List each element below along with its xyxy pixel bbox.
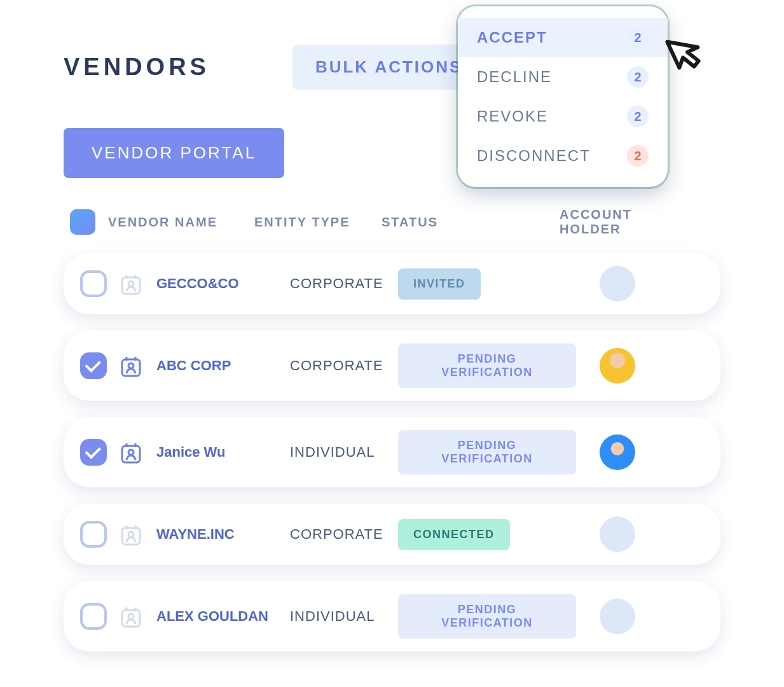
status-badge: PENDING VERIFICATION: [398, 594, 576, 639]
row-checkbox[interactable]: [80, 352, 107, 379]
vendor-card-icon: [118, 440, 144, 465]
avatar: [600, 266, 635, 302]
avatar: [600, 517, 635, 552]
column-account-holder: ACCOUNT HOLDER: [560, 207, 687, 237]
entity-type: INDIVIDUAL: [290, 608, 398, 625]
page-title: VENDORS: [64, 53, 210, 81]
count-badge: 2: [627, 145, 649, 167]
status-badge: INVITED: [398, 268, 481, 300]
vendor-name: WAYNE.INC: [156, 526, 290, 543]
vendor-name: GECCO&CO: [156, 275, 290, 292]
table-row: Janice WuINDIVIDUALPENDING VERIFICATION: [64, 417, 720, 487]
row-checkbox[interactable]: [80, 270, 107, 297]
status-badge: CONNECTED: [398, 519, 510, 550]
table-row: WAYNE.INCCORPORATECONNECTED: [64, 504, 720, 565]
count-badge: 2: [627, 106, 649, 127]
avatar: [600, 348, 635, 384]
vendor-portal-button[interactable]: VENDOR PORTAL: [64, 128, 284, 178]
dropdown-item-disconnect[interactable]: DISCONNECT2: [458, 136, 668, 176]
svg-point-5: [128, 363, 134, 368]
select-all-checkbox[interactable]: [70, 209, 95, 235]
vendor-card-icon: [118, 353, 144, 378]
table-header: VENDOR NAME ENTITY TYPE STATUS ACCOUNT H…: [64, 207, 720, 253]
vendor-card-icon: [118, 271, 144, 296]
column-vendor-name: VENDOR NAME: [108, 215, 254, 230]
entity-type: CORPORATE: [290, 275, 398, 292]
avatar: [600, 434, 635, 470]
dropdown-item-label: REVOKE: [477, 108, 548, 125]
entity-type: INDIVIDUAL: [290, 444, 398, 461]
count-badge: 2: [627, 27, 649, 48]
dropdown-item-label: DISCONNECT: [477, 147, 591, 165]
avatar: [600, 599, 635, 634]
table-row: ALEX GOULDANINDIVIDUALPENDING VERIFICATI…: [64, 581, 720, 651]
status-badge: PENDING VERIFICATION: [398, 430, 576, 475]
row-checkbox[interactable]: [80, 603, 107, 630]
entity-type: CORPORATE: [290, 526, 398, 543]
column-entity-type: ENTITY TYPE: [254, 215, 382, 230]
bulk-actions-dropdown: ACCEPT2DECLINE2REVOKE2DISCONNECT2: [458, 6, 668, 187]
entity-type: CORPORATE: [290, 357, 398, 374]
dropdown-item-decline[interactable]: DECLINE2: [458, 57, 668, 97]
table-row: GECCO&COCORPORATEINVITED: [64, 253, 720, 314]
cursor-pointer-icon: [654, 19, 717, 83]
bulk-actions-label: BULK ACTIONS: [315, 57, 462, 77]
svg-point-9: [128, 450, 134, 455]
dropdown-item-revoke[interactable]: REVOKE2: [458, 97, 668, 136]
dropdown-item-accept[interactable]: ACCEPT2: [458, 18, 668, 57]
svg-point-17: [128, 614, 134, 619]
count-badge: 2: [627, 66, 649, 88]
svg-point-13: [128, 532, 134, 537]
table-row: ABC CORPCORPORATEPENDING VERIFICATION: [64, 331, 720, 401]
vendor-rows: GECCO&COCORPORATEINVITED ABC CORPCORPORA…: [64, 253, 720, 651]
dropdown-item-label: DECLINE: [477, 68, 552, 86]
vendor-name: Janice Wu: [156, 444, 290, 461]
vendor-name: ALEX GOULDAN: [156, 608, 290, 625]
status-badge: PENDING VERIFICATION: [398, 344, 576, 388]
row-checkbox[interactable]: [80, 521, 107, 548]
vendor-name: ABC CORP: [156, 357, 290, 374]
column-status: STATUS: [382, 215, 560, 230]
row-checkbox[interactable]: [80, 439, 107, 466]
vendor-card-icon: [118, 522, 144, 547]
svg-point-1: [128, 281, 134, 286]
dropdown-item-label: ACCEPT: [477, 29, 547, 46]
vendor-card-icon: [118, 604, 144, 629]
